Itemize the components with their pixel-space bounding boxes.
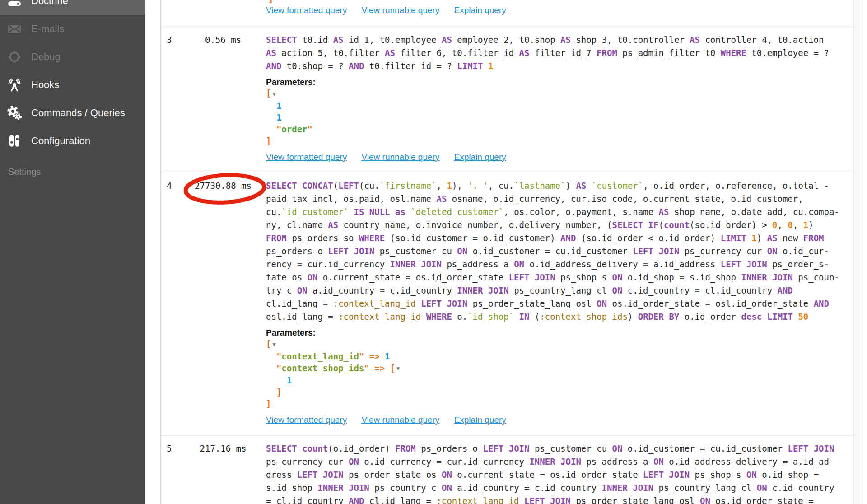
- sidebar-item-label: Configuration: [31, 135, 90, 147]
- sidebar-item-label: E-mails: [31, 23, 64, 35]
- query-links: View formatted query View runnable query…: [266, 152, 853, 162]
- query-row: 5 217.16 ms SELECT count(o.id_order) FRO…: [161, 436, 860, 504]
- view-formatted-query-link[interactable]: View formatted query: [266, 415, 347, 425]
- parameters-label: Parameters:: [266, 77, 853, 87]
- target-icon: [7, 49, 22, 65]
- sidebar-item-emails[interactable]: E-mails: [0, 15, 145, 43]
- envelope-icon: [7, 21, 22, 37]
- view-runnable-query-link[interactable]: View runnable query: [361, 415, 439, 425]
- query-links: View formatted query View runnable query…: [266, 415, 853, 425]
- sidebar-item-doctrine-clip: Doctrine: [0, 0, 145, 15]
- view-formatted-query-link[interactable]: View formatted query: [266, 5, 347, 15]
- sidebar-item-configuration[interactable]: Configuration: [0, 127, 145, 155]
- query-index: 4: [167, 179, 187, 435]
- sidebar-item-label: Debug: [31, 51, 61, 63]
- query-time: 0.56 ms: [187, 33, 259, 173]
- query-row: 3 0.56 ms SELECT t0.id AS id_1, t0.emplo…: [161, 27, 860, 173]
- sidebar-item-hooks[interactable]: Hooks: [0, 71, 145, 99]
- toggles-icon: [7, 133, 22, 149]
- gears-icon: [7, 105, 22, 121]
- closing-bracket: ]: [268, 0, 273, 4]
- sidebar-item-debug[interactable]: Debug: [0, 43, 145, 71]
- sidebar-item-doctrine[interactable]: Doctrine: [0, 0, 145, 15]
- explain-query-link[interactable]: Explain query: [454, 5, 506, 15]
- parameters-block: [▼ 1 1 "order"]: [266, 87, 853, 147]
- collapse-toggle-icon[interactable]: ▼: [271, 91, 275, 97]
- sidebar-item-label: Commands / Queries: [31, 107, 125, 119]
- view-runnable-query-link[interactable]: View runnable query: [361, 5, 439, 15]
- sidebar-section-settings: Settings: [0, 167, 145, 177]
- profiler-page: Doctrine E-mails Debug: [0, 0, 867, 504]
- query-time: 217.16 ms: [187, 442, 259, 504]
- explain-query-link[interactable]: Explain query: [454, 152, 506, 162]
- sidebar-item-label: Doctrine: [31, 0, 68, 7]
- sql-text: SELECT CONCAT(LEFT(cu.`firstname`, 1), '…: [266, 179, 853, 323]
- sidebar-item-label: Hooks: [31, 79, 59, 91]
- explain-query-link[interactable]: Explain query: [454, 415, 506, 425]
- query-links: View formatted query View runnable query…: [266, 5, 518, 15]
- sidebar-item-commands-queries[interactable]: Commands / Queries: [0, 99, 145, 127]
- collapse-toggle-icon[interactable]: ▼: [395, 365, 400, 372]
- parameters-label: Parameters:: [266, 328, 853, 338]
- sql-text: SELECT t0.id AS id_1, t0.employee AS emp…: [266, 33, 853, 73]
- database-icon: [7, 0, 22, 9]
- scrollbar-track[interactable]: [853, 0, 860, 504]
- view-formatted-query-link[interactable]: View formatted query: [266, 152, 347, 162]
- view-runnable-query-link[interactable]: View runnable query: [361, 152, 439, 162]
- parameters-block: [▼ "context_lang_id" => 1 "context_shop_…: [266, 338, 853, 410]
- query-index: 5: [167, 442, 187, 504]
- profiler-sidebar: Doctrine E-mails Debug: [0, 0, 145, 504]
- sql-text: SELECT count(o.id_order) FROM ps_orders …: [266, 442, 853, 504]
- query-row-partial: ] View formatted query View runnable que…: [161, 0, 860, 27]
- queries-panel: ] View formatted query View runnable que…: [160, 0, 860, 504]
- query-index: 3: [167, 33, 187, 173]
- antenna-icon: [7, 77, 22, 93]
- query-time: 27730.88 ms: [187, 179, 259, 435]
- query-row: 4 27730.88 ms SELECT CONCAT(LEFT(cu.`fir…: [161, 173, 860, 436]
- collapse-toggle-icon[interactable]: ▼: [271, 341, 275, 348]
